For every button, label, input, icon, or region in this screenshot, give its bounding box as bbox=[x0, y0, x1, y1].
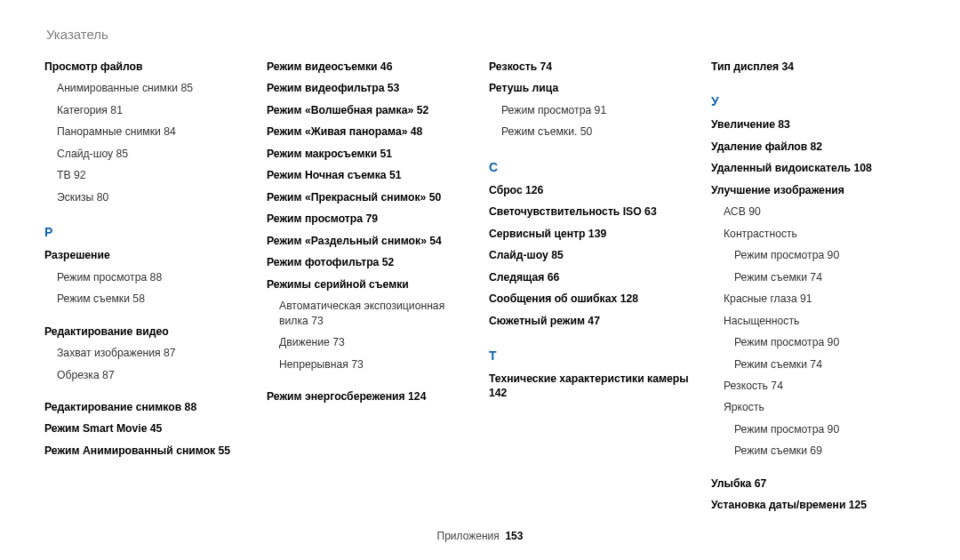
entry: Технические характеристики камеры 142 bbox=[489, 372, 693, 401]
section-letter: Р bbox=[44, 224, 249, 241]
entry: Режим Ночная съемка 51 bbox=[267, 168, 471, 182]
entry: Режим просмотра 79 bbox=[267, 212, 471, 226]
entry: Режим Анимированный снимок 55 bbox=[44, 444, 249, 458]
subentry: Анимированные снимки 85 bbox=[44, 81, 249, 95]
entry: Улыбка 67 bbox=[711, 476, 916, 491]
footer: Приложения 153 bbox=[0, 530, 960, 542]
col-1: Просмотр файлов Анимированные снимки 85 … bbox=[44, 60, 249, 508]
entry: Режим макросъемки 51 bbox=[267, 147, 471, 161]
subentry: Красные глаза 91 bbox=[711, 292, 916, 306]
entry: Сброс 126 bbox=[489, 183, 693, 197]
index-columns: Просмотр файлов Анимированные снимки 85 … bbox=[44, 60, 916, 508]
entry: Сообщения об ошибках 128 bbox=[489, 292, 693, 306]
section-letter: Т bbox=[489, 348, 693, 364]
entry: Режимы серийной съемки bbox=[267, 277, 471, 292]
entry: Режим фотофильтра 52 bbox=[267, 255, 471, 269]
page-number: 153 bbox=[505, 530, 523, 542]
subsubentry: Режим съемки 74 bbox=[711, 270, 916, 284]
subentry: Резкость 74 bbox=[711, 379, 916, 393]
subentry: Непрерывная 73 bbox=[267, 357, 471, 372]
section-letter: У bbox=[711, 93, 916, 110]
entry: Ретушь лица bbox=[489, 81, 693, 95]
entry: Режим видеофильтра 53 bbox=[267, 81, 471, 95]
footer-label: Приложения bbox=[437, 530, 500, 542]
subentry: Режим просмотра 88 bbox=[44, 270, 249, 284]
subsubentry: Режим съемки 74 bbox=[711, 357, 916, 372]
subsubentry: Режим просмотра 90 bbox=[711, 422, 916, 436]
subentry: Автоматическая экспозиционная вилка 73 bbox=[267, 299, 471, 328]
entry: Установка даты/времени 125 bbox=[711, 498, 916, 512]
subentry: Панорамные снимки 84 bbox=[44, 124, 249, 139]
subentry: Режим съемки 58 bbox=[44, 292, 249, 306]
entry: Режим энергосбережения 124 bbox=[267, 389, 471, 404]
section-letter: С bbox=[489, 159, 693, 176]
page-header: Указатель bbox=[44, 27, 916, 42]
entry: Улучшение изображения bbox=[711, 183, 916, 197]
entry: Удаленный видоискатель 108 bbox=[711, 161, 916, 175]
subsubentry: Режим съемки 69 bbox=[711, 444, 916, 458]
entry: Резкость 74 bbox=[489, 60, 693, 74]
subsubentry: Режим просмотра 90 bbox=[711, 335, 916, 349]
entry: Следящая 66 bbox=[489, 270, 693, 284]
entry: Режим Smart Movie 45 bbox=[44, 421, 249, 436]
subentry: Обрезка 87 bbox=[44, 368, 249, 382]
subentry: Слайд-шоу 85 bbox=[44, 147, 249, 161]
subentry: Эскизы 80 bbox=[44, 190, 249, 204]
entry: Режим «Волшебная рамка» 52 bbox=[267, 103, 471, 117]
entry: Режим «Раздельный снимок» 54 bbox=[267, 234, 471, 248]
entry: Режим «Прекрасный снимок» 50 bbox=[267, 190, 471, 204]
subsubentry: Режим просмотра 90 bbox=[711, 248, 916, 262]
entry: Режим «Живая панорама» 48 bbox=[267, 124, 471, 139]
subentry: Яркость bbox=[711, 400, 916, 414]
entry: Слайд-шоу 85 bbox=[489, 248, 693, 262]
entry: Сюжетный режим 47 bbox=[489, 314, 693, 328]
entry: Разрешение bbox=[44, 248, 249, 262]
entry: Увеличение 83 bbox=[711, 117, 916, 132]
entry: Светочувствительность ISO 63 bbox=[489, 204, 693, 219]
subentry: Режим съемки. 50 bbox=[489, 124, 693, 139]
entry: Тип дисплея 34 bbox=[711, 60, 916, 74]
entry: Редактирование снимков 88 bbox=[44, 400, 249, 414]
entry: Сервисный центр 139 bbox=[489, 227, 693, 241]
entry: Просмотр файлов bbox=[44, 60, 249, 74]
subentry: Захват изображения 87 bbox=[44, 346, 249, 360]
subentry: Насыщенность bbox=[711, 314, 916, 328]
subentry: Категория 81 bbox=[44, 103, 249, 117]
subentry: Режим просмотра 91 bbox=[489, 103, 693, 117]
entry: Удаление файлов 82 bbox=[711, 140, 916, 154]
subentry: АСВ 90 bbox=[711, 204, 916, 219]
subentry: Контрастность bbox=[711, 227, 916, 241]
col-3: Резкость 74 Ретушь лица Режим просмотра … bbox=[489, 60, 693, 508]
subentry: ТВ 92 bbox=[44, 168, 249, 182]
col-4: Тип дисплея 34 У Увеличение 83 Удаление … bbox=[711, 60, 916, 508]
entry: Режим видеосъемки 46 bbox=[267, 60, 471, 74]
entry: Редактирование видео bbox=[44, 324, 249, 339]
col-2: Режим видеосъемки 46 Режим видеофильтра … bbox=[267, 60, 471, 508]
subentry: Движение 73 bbox=[267, 335, 471, 349]
